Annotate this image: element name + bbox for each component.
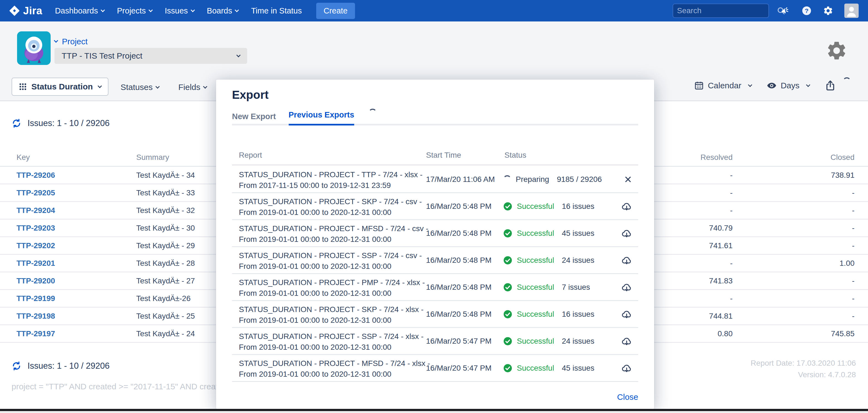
issue-key-link[interactable]: TTP-29202 [17, 241, 55, 250]
nav-time-in-status[interactable]: Time in Status [251, 6, 302, 15]
issue-resolved-value: 741.61 [709, 241, 733, 250]
tab-previous-exports[interactable]: Previous Exports [289, 110, 354, 125]
issues-count-header: Issues: 1 - 10 / 29206 [11, 118, 110, 128]
issue-key-link[interactable]: TTP-29198 [17, 312, 55, 321]
cancel-export-button[interactable] [624, 166, 632, 192]
download-button[interactable] [621, 355, 632, 381]
user-avatar[interactable] [844, 4, 859, 18]
issue-key-link[interactable]: TTP-29201 [17, 259, 55, 268]
success-check-icon [503, 337, 513, 346]
export-start-time: 16/Mar/20 5:47 PM [426, 328, 492, 354]
export-row: STATUS_DURATION - PROJECT - MFSD - 7/24 … [232, 355, 638, 382]
download-button[interactable] [621, 328, 632, 354]
statuses-dropdown[interactable]: Statuses [121, 83, 159, 92]
download-button[interactable] [621, 274, 632, 300]
export-tabs: New Export Previous Exports [232, 110, 638, 125]
export-status: Successful 16 issues [503, 301, 594, 327]
issue-closed-value: - [852, 277, 855, 285]
column-header-key: Key [17, 153, 30, 162]
report-type-selector[interactable]: Status Duration [11, 77, 108, 96]
success-check-icon [503, 310, 513, 319]
issue-closed-value: 738.91 [831, 171, 855, 180]
issue-summary: Test KaydÄ± - 24 [136, 329, 195, 338]
export-status: Successful 45 issues [503, 355, 594, 381]
project-select-value: TTP - TIS Test Project [62, 51, 142, 61]
issue-key-link[interactable]: TTP-29206 [17, 171, 55, 180]
download-button[interactable] [621, 247, 632, 273]
download-cloud-icon [621, 228, 632, 239]
issue-key-link[interactable]: TTP-29200 [17, 277, 55, 285]
refresh-icon[interactable] [11, 361, 22, 371]
export-row: STATUS_DURATION - PROJECT - SSP - 7/24 -… [232, 247, 638, 274]
export-issue-count: 16 issues [562, 202, 594, 211]
chevron-down-icon [98, 84, 102, 88]
issue-key-link[interactable]: TTP-29203 [17, 224, 55, 232]
help-icon[interactable]: ? [801, 5, 812, 16]
issue-key-link[interactable]: TTP-29205 [17, 189, 55, 197]
issue-summary: Test KaydÄ±-26 [136, 294, 190, 303]
issue-key-link[interactable]: TTP-29199 [17, 294, 55, 303]
nav-issues[interactable]: Issues [165, 6, 194, 15]
calendar-dropdown[interactable]: Calendar [694, 81, 752, 91]
download-button[interactable] [621, 301, 632, 327]
export-issue-count: 7 issues [562, 283, 590, 292]
issue-resolved-value: - [730, 189, 733, 197]
issue-key-link[interactable]: TTP-29197 [17, 329, 55, 338]
nav-projects[interactable]: Projects [117, 6, 152, 15]
gear-icon[interactable] [823, 5, 833, 16]
export-status: Successful 16 issues [503, 193, 594, 219]
column-header-closed: Closed [831, 153, 855, 162]
tab-loading-spinner [369, 109, 377, 117]
export-button[interactable] [825, 80, 851, 91]
download-cloud-icon [621, 336, 632, 347]
chevron-down-icon [190, 8, 195, 12]
create-button[interactable]: Create [316, 3, 355, 19]
export-report-name: STATUS_DURATION - PROJECT - SKP - 7/24 -… [239, 304, 424, 325]
days-dropdown[interactable]: Days [767, 81, 810, 91]
export-row: STATUS_DURATION - PROJECT - SKP - 7/24 -… [232, 301, 638, 328]
window-bottom-edge [0, 409, 868, 411]
issue-closed-value: 745.85 [831, 329, 855, 338]
export-status: Successful 24 issues [503, 328, 594, 354]
column-header-start-time: Start Time [426, 151, 461, 160]
chevron-down-icon [101, 8, 105, 12]
announcements-icon[interactable] [780, 5, 790, 16]
export-row: STATUS_DURATION - PROJECT - TTP - 7/24 -… [232, 166, 638, 193]
report-settings-gear-icon[interactable] [826, 40, 848, 62]
export-status: Successful 24 issues [503, 247, 594, 273]
calendar-icon [694, 81, 704, 91]
issue-closed-value: - [852, 312, 855, 321]
column-header-resolved: Resolved [701, 153, 733, 162]
issue-closed-value: - [852, 189, 855, 197]
issue-resolved-value: 744.81 [709, 312, 733, 321]
project-select[interactable]: TTP - TIS Test Project [55, 48, 247, 64]
column-header-summary: Summary [136, 153, 169, 162]
project-section-toggle[interactable]: Project [55, 37, 88, 46]
download-button[interactable] [621, 220, 632, 246]
export-start-time: 16/Mar/20 5:48 PM [426, 301, 492, 327]
export-report-name: STATUS_DURATION - PROJECT - SKP - 7/24 -… [239, 196, 422, 218]
issue-key-link[interactable]: TTP-29204 [17, 206, 55, 215]
chevron-down-icon [155, 84, 160, 89]
export-issue-count: 24 issues [562, 256, 594, 265]
issue-resolved-value: - [730, 171, 733, 180]
nav-boards[interactable]: Boards [207, 6, 239, 15]
search-input[interactable] [677, 6, 776, 15]
nav-dashboards[interactable]: Dashboards [55, 6, 104, 15]
close-button[interactable]: Close [617, 392, 638, 402]
chevron-down-icon [235, 8, 239, 12]
jira-logo[interactable]: Jira [8, 5, 42, 17]
fields-dropdown[interactable]: Fields [178, 83, 207, 92]
search-box[interactable] [673, 4, 769, 18]
chevron-down-icon [806, 83, 810, 87]
eye-icon [767, 81, 777, 91]
export-status: Preparing 9185 / 29206 [503, 166, 602, 192]
download-button[interactable] [621, 193, 632, 219]
export-row: STATUS_DURATION - PROJECT - SSP - 7/24 -… [232, 328, 638, 355]
download-cloud-icon [621, 282, 632, 293]
column-header-status: Status [504, 151, 526, 160]
download-cloud-icon [621, 201, 632, 212]
tab-new-export[interactable]: New Export [232, 112, 276, 125]
project-section-label: Project [62, 37, 88, 46]
refresh-icon[interactable] [11, 118, 22, 128]
